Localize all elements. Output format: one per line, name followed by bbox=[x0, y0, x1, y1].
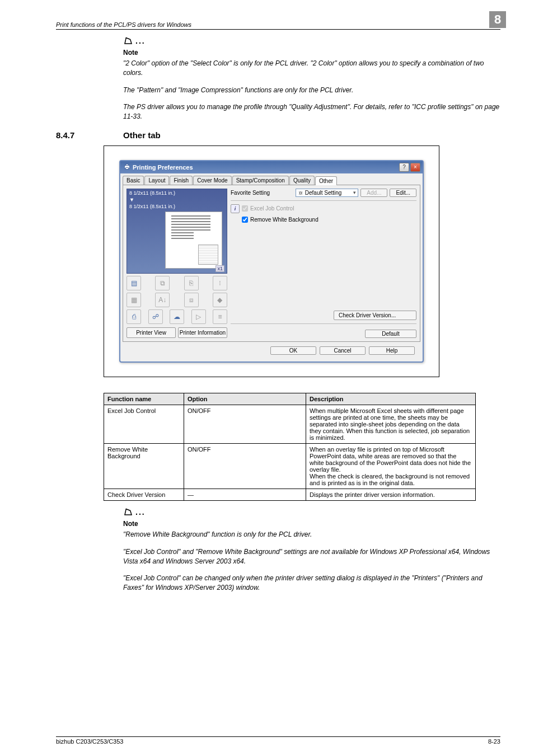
footer-left: bizhub C203/C253/C353 bbox=[56, 738, 123, 745]
cell-desc: Displays the printer driver version info… bbox=[306, 489, 476, 500]
folder-icon: ☁ bbox=[170, 309, 184, 324]
note-dots: ... bbox=[135, 36, 146, 45]
cell-desc: When multiple Microsoft Excel sheets wit… bbox=[306, 405, 476, 443]
info-icon[interactable]: i bbox=[231, 204, 240, 213]
preview-box: 8 1/2x11 (8.5x11 in.) ▼ 8 1/2x11 (8.5x11… bbox=[127, 189, 227, 274]
help-button[interactable]: ? bbox=[399, 163, 409, 172]
lines-icon: ≡ bbox=[213, 309, 227, 324]
cell-option: ON/OFF bbox=[184, 405, 306, 443]
ok-button[interactable]: OK bbox=[270, 346, 316, 355]
add-button[interactable]: Add... bbox=[360, 189, 387, 197]
close-button[interactable]: × bbox=[410, 163, 420, 172]
cell-func: Remove White Background bbox=[104, 443, 184, 489]
note-label: Note bbox=[123, 520, 500, 528]
printer-information-button[interactable]: Printer Information bbox=[178, 327, 227, 338]
titlebar[interactable]: Printing Preferences ? × bbox=[120, 161, 423, 173]
cell-desc: When an overlay file is printed on top o… bbox=[306, 443, 476, 489]
tab-layout[interactable]: Layout bbox=[144, 176, 169, 185]
combine-icon: ⧉ bbox=[155, 276, 170, 290]
note-text-3: The PS driver allows you to manage the p… bbox=[123, 102, 500, 121]
printer-icon bbox=[124, 163, 130, 171]
note-text-1: "2 Color" option of the "Select Color" i… bbox=[123, 59, 500, 78]
stamp-icon: ⧇ bbox=[184, 293, 199, 307]
staple-icon: ⎘ bbox=[184, 276, 199, 290]
cancel-button[interactable]: Cancel bbox=[320, 346, 366, 355]
function-table: Function name Option Description Excel J… bbox=[104, 393, 476, 501]
footer-right: 8-23 bbox=[488, 738, 500, 745]
note-text-2: The "Pattern" and "Image Compression" fu… bbox=[123, 86, 500, 95]
color-icon: ◆ bbox=[213, 293, 227, 307]
favorite-setting-value: Default Setting bbox=[305, 190, 342, 196]
preview-paper-size-1: 8 1/2x11 (8.5x11 in.) bbox=[127, 189, 227, 197]
note-text-3: "Excel Job Control" can be changed only … bbox=[123, 574, 500, 593]
note-top: ... Note "2 Color" option of the "Select… bbox=[123, 35, 500, 121]
note-label: Note bbox=[123, 49, 500, 57]
stamp2-icon: ▷ bbox=[191, 309, 206, 324]
tab-bar: Basic Layout Finish Cover Mode Stamp/Com… bbox=[120, 173, 423, 185]
tab-basic[interactable]: Basic bbox=[123, 176, 144, 185]
note-icon bbox=[123, 35, 133, 48]
section-title: Other tab bbox=[123, 130, 161, 140]
remove-white-background-checkbox[interactable] bbox=[242, 217, 248, 223]
preview-paper-size-2: 8 1/2x11 (8.5x11 in.) bbox=[127, 203, 227, 210]
th-option: Option bbox=[184, 393, 306, 405]
printer-view-button[interactable]: Printer View bbox=[127, 327, 176, 338]
table-row: Remove White Background ON/OFF When an o… bbox=[104, 443, 476, 489]
remove-white-background-label: Remove White Background bbox=[250, 217, 318, 223]
preview-zoom: x1 bbox=[216, 265, 224, 272]
header-title: Print functions of the PCL/PS drivers fo… bbox=[56, 21, 191, 28]
note-text-1: "Remove White Background" function is on… bbox=[123, 530, 500, 539]
chapter-number: 8 bbox=[489, 11, 506, 28]
edit-button[interactable]: Edit... bbox=[390, 189, 416, 197]
cell-option: ON/OFF bbox=[184, 443, 306, 489]
printing-preferences-dialog: Printing Preferences ? × Basic Layout Fi… bbox=[119, 160, 424, 363]
tab-cover-mode[interactable]: Cover Mode bbox=[193, 176, 231, 185]
cell-func: Excel Job Control bbox=[104, 405, 184, 443]
favorite-setting-select[interactable]: ⛭ Default Setting bbox=[296, 189, 358, 197]
booklet-icon: ▤ bbox=[127, 276, 141, 290]
th-description: Description bbox=[306, 393, 476, 405]
table-row: Check Driver Version — Displays the prin… bbox=[104, 489, 476, 500]
section-number: 8.4.7 bbox=[56, 130, 123, 140]
tab-finish[interactable]: Finish bbox=[170, 176, 193, 185]
note-bottom: ... Note "Remove White Background" funct… bbox=[123, 506, 500, 593]
excel-job-control-checkbox[interactable] bbox=[242, 205, 248, 212]
copy-icon: ⎙ bbox=[127, 309, 141, 324]
dialog-help-button[interactable]: Help bbox=[369, 346, 415, 355]
dialog-title: Printing Preferences bbox=[133, 164, 193, 171]
note-icon bbox=[123, 506, 133, 519]
tab-other[interactable]: Other bbox=[315, 176, 337, 185]
cell-func: Check Driver Version bbox=[104, 489, 184, 500]
svg-rect-1 bbox=[126, 164, 129, 165]
watermark-icon: A↓ bbox=[155, 293, 170, 307]
svg-rect-2 bbox=[126, 167, 129, 169]
screenshot-wrap: Printing Preferences ? × Basic Layout Fi… bbox=[104, 145, 439, 377]
favorite-setting-label: Favorite Setting bbox=[231, 190, 270, 196]
check-driver-version-button[interactable]: Check Driver Version... bbox=[334, 311, 416, 320]
note-dots: ... bbox=[135, 508, 146, 516]
cell-option: — bbox=[184, 489, 306, 500]
secure-icon: ☍ bbox=[148, 309, 163, 324]
excel-job-control-label: Excel Job Control bbox=[250, 205, 294, 212]
default-button[interactable]: Default bbox=[365, 330, 416, 338]
note-text-2: "Excel Job Control" and "Remove White Ba… bbox=[123, 547, 500, 566]
tab-quality[interactable]: Quality bbox=[289, 176, 315, 185]
tab-stamp-composition[interactable]: Stamp/Composition bbox=[232, 176, 289, 185]
table-row: Excel Job Control ON/OFF When multiple M… bbox=[104, 405, 476, 443]
overlay-icon: ▦ bbox=[127, 293, 141, 307]
punch-icon: ⁝ bbox=[213, 276, 227, 290]
th-function-name: Function name bbox=[104, 393, 184, 405]
